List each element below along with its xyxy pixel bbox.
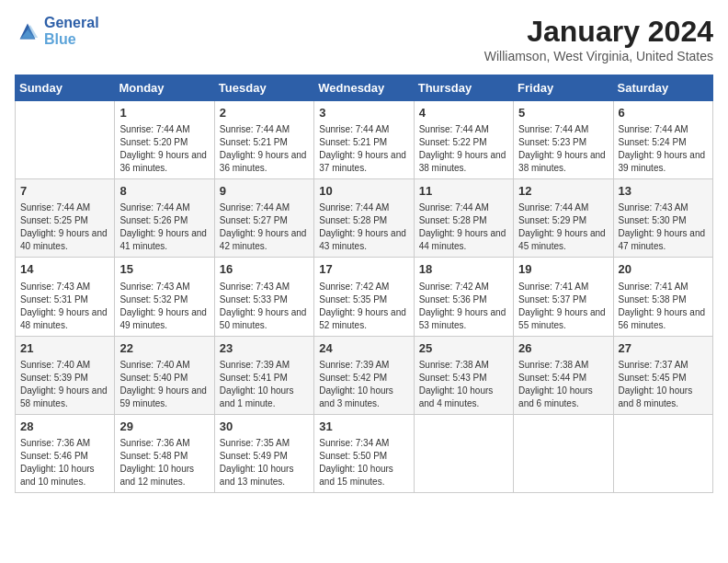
header-day-tuesday: Tuesday xyxy=(214,75,313,101)
day-info: Sunrise: 7:42 AM Sunset: 5:36 PM Dayligh… xyxy=(419,281,508,332)
day-number: 13 xyxy=(619,183,708,200)
header-day-monday: Monday xyxy=(115,75,214,101)
day-cell: 20Sunrise: 7:41 AM Sunset: 5:38 PM Dayli… xyxy=(613,258,712,336)
logo-icon xyxy=(15,18,40,44)
day-info: Sunrise: 7:39 AM Sunset: 5:42 PM Dayligh… xyxy=(319,359,408,410)
day-number: 12 xyxy=(518,183,608,200)
week-row-3: 14Sunrise: 7:43 AM Sunset: 5:31 PM Dayli… xyxy=(16,258,713,336)
day-number: 27 xyxy=(619,340,708,357)
day-info: Sunrise: 7:43 AM Sunset: 5:30 PM Dayligh… xyxy=(619,201,708,253)
day-cell: 8Sunrise: 7:44 AM Sunset: 5:26 PM Daylig… xyxy=(115,179,214,258)
day-number: 11 xyxy=(419,183,508,200)
day-cell: 6Sunrise: 7:44 AM Sunset: 5:24 PM Daylig… xyxy=(613,101,712,179)
day-cell: 30Sunrise: 7:35 AM Sunset: 5:49 PM Dayli… xyxy=(214,414,313,492)
day-number: 23 xyxy=(220,340,309,357)
day-number: 3 xyxy=(319,105,408,121)
day-info: Sunrise: 7:44 AM Sunset: 5:23 PM Dayligh… xyxy=(518,123,608,175)
day-info: Sunrise: 7:41 AM Sunset: 5:38 PM Dayligh… xyxy=(619,281,708,332)
day-number: 25 xyxy=(419,340,508,357)
day-cell: 26Sunrise: 7:38 AM Sunset: 5:44 PM Dayli… xyxy=(514,336,613,414)
day-cell: 11Sunrise: 7:44 AM Sunset: 5:28 PM Dayli… xyxy=(414,179,513,258)
week-row-5: 28Sunrise: 7:36 AM Sunset: 5:46 PM Dayli… xyxy=(16,414,713,492)
day-info: Sunrise: 7:43 AM Sunset: 5:31 PM Dayligh… xyxy=(20,281,109,332)
header-day-friday: Friday xyxy=(514,75,613,101)
day-number: 9 xyxy=(220,183,309,200)
calendar-header-row: SundayMondayTuesdayWednesdayThursdayFrid… xyxy=(16,75,713,101)
day-cell xyxy=(514,414,613,492)
day-info: Sunrise: 7:38 AM Sunset: 5:43 PM Dayligh… xyxy=(419,359,508,410)
header-day-sunday: Sunday xyxy=(16,75,115,101)
day-cell: 10Sunrise: 7:44 AM Sunset: 5:28 PM Dayli… xyxy=(314,179,414,258)
day-info: Sunrise: 7:44 AM Sunset: 5:25 PM Dayligh… xyxy=(20,201,109,253)
day-number: 19 xyxy=(518,261,608,278)
day-number: 8 xyxy=(119,183,209,200)
header: General Blue January 2024 Williamson, We… xyxy=(15,15,713,63)
header-day-wednesday: Wednesday xyxy=(314,75,414,101)
day-number: 14 xyxy=(20,261,109,278)
day-number: 22 xyxy=(119,340,209,357)
day-number: 20 xyxy=(619,261,708,278)
day-cell: 16Sunrise: 7:43 AM Sunset: 5:33 PM Dayli… xyxy=(214,258,313,336)
day-info: Sunrise: 7:44 AM Sunset: 5:21 PM Dayligh… xyxy=(319,123,408,175)
day-info: Sunrise: 7:35 AM Sunset: 5:49 PM Dayligh… xyxy=(220,437,309,488)
day-info: Sunrise: 7:41 AM Sunset: 5:37 PM Dayligh… xyxy=(518,281,608,332)
day-number: 21 xyxy=(20,340,109,357)
day-cell: 27Sunrise: 7:37 AM Sunset: 5:45 PM Dayli… xyxy=(613,336,712,414)
day-cell: 25Sunrise: 7:38 AM Sunset: 5:43 PM Dayli… xyxy=(414,336,513,414)
day-number: 16 xyxy=(220,261,309,278)
day-info: Sunrise: 7:44 AM Sunset: 5:28 PM Dayligh… xyxy=(419,201,508,253)
day-info: Sunrise: 7:44 AM Sunset: 5:21 PM Dayligh… xyxy=(220,123,309,175)
day-info: Sunrise: 7:43 AM Sunset: 5:33 PM Dayligh… xyxy=(220,281,309,332)
day-cell: 24Sunrise: 7:39 AM Sunset: 5:42 PM Dayli… xyxy=(314,336,414,414)
day-cell: 15Sunrise: 7:43 AM Sunset: 5:32 PM Dayli… xyxy=(115,258,214,336)
day-cell: 14Sunrise: 7:43 AM Sunset: 5:31 PM Dayli… xyxy=(16,258,115,336)
day-number: 29 xyxy=(119,419,209,435)
day-info: Sunrise: 7:40 AM Sunset: 5:39 PM Dayligh… xyxy=(20,359,109,410)
day-info: Sunrise: 7:42 AM Sunset: 5:35 PM Dayligh… xyxy=(319,281,408,332)
day-cell: 9Sunrise: 7:44 AM Sunset: 5:27 PM Daylig… xyxy=(214,179,313,258)
day-cell: 23Sunrise: 7:39 AM Sunset: 5:41 PM Dayli… xyxy=(214,336,313,414)
day-number: 18 xyxy=(419,261,508,278)
day-info: Sunrise: 7:43 AM Sunset: 5:32 PM Dayligh… xyxy=(119,281,209,332)
day-number: 4 xyxy=(419,105,508,121)
day-info: Sunrise: 7:44 AM Sunset: 5:24 PM Dayligh… xyxy=(619,123,708,175)
day-cell: 2Sunrise: 7:44 AM Sunset: 5:21 PM Daylig… xyxy=(214,101,313,179)
day-number: 17 xyxy=(319,261,408,278)
day-cell: 17Sunrise: 7:42 AM Sunset: 5:35 PM Dayli… xyxy=(314,258,414,336)
day-info: Sunrise: 7:44 AM Sunset: 5:22 PM Dayligh… xyxy=(419,123,508,175)
day-cell: 19Sunrise: 7:41 AM Sunset: 5:37 PM Dayli… xyxy=(514,258,613,336)
day-cell: 18Sunrise: 7:42 AM Sunset: 5:36 PM Dayli… xyxy=(414,258,513,336)
day-number: 6 xyxy=(619,105,708,121)
calendar-table: SundayMondayTuesdayWednesdayThursdayFrid… xyxy=(15,75,713,493)
month-title: January 2024 xyxy=(484,15,713,49)
day-cell: 13Sunrise: 7:43 AM Sunset: 5:30 PM Dayli… xyxy=(613,179,712,258)
day-info: Sunrise: 7:37 AM Sunset: 5:45 PM Dayligh… xyxy=(619,359,708,410)
day-number: 30 xyxy=(220,419,309,435)
day-info: Sunrise: 7:44 AM Sunset: 5:26 PM Dayligh… xyxy=(119,201,209,253)
day-cell: 1Sunrise: 7:44 AM Sunset: 5:20 PM Daylig… xyxy=(115,101,214,179)
day-info: Sunrise: 7:38 AM Sunset: 5:44 PM Dayligh… xyxy=(518,359,608,410)
day-number: 15 xyxy=(119,261,209,278)
day-number: 1 xyxy=(119,105,209,121)
day-cell: 31Sunrise: 7:34 AM Sunset: 5:50 PM Dayli… xyxy=(314,414,414,492)
day-cell: 28Sunrise: 7:36 AM Sunset: 5:46 PM Dayli… xyxy=(16,414,115,492)
day-info: Sunrise: 7:44 AM Sunset: 5:29 PM Dayligh… xyxy=(518,201,608,253)
day-number: 5 xyxy=(518,105,608,121)
day-cell xyxy=(613,414,712,492)
day-cell xyxy=(16,101,115,179)
day-number: 31 xyxy=(319,419,408,435)
location-subtitle: Williamson, West Virginia, United States xyxy=(484,49,713,63)
day-cell: 21Sunrise: 7:40 AM Sunset: 5:39 PM Dayli… xyxy=(16,336,115,414)
day-cell: 22Sunrise: 7:40 AM Sunset: 5:40 PM Dayli… xyxy=(115,336,214,414)
week-row-4: 21Sunrise: 7:40 AM Sunset: 5:39 PM Dayli… xyxy=(16,336,713,414)
week-row-1: 1Sunrise: 7:44 AM Sunset: 5:20 PM Daylig… xyxy=(16,101,713,179)
day-info: Sunrise: 7:36 AM Sunset: 5:48 PM Dayligh… xyxy=(119,437,209,488)
day-cell xyxy=(414,414,513,492)
day-info: Sunrise: 7:34 AM Sunset: 5:50 PM Dayligh… xyxy=(319,437,408,488)
day-cell: 5Sunrise: 7:44 AM Sunset: 5:23 PM Daylig… xyxy=(514,101,613,179)
week-row-2: 7Sunrise: 7:44 AM Sunset: 5:25 PM Daylig… xyxy=(16,179,713,258)
day-number: 7 xyxy=(20,183,109,200)
title-block: January 2024 Williamson, West Virginia, … xyxy=(484,15,713,63)
logo-text-blue: Blue xyxy=(44,31,99,48)
day-number: 26 xyxy=(518,340,608,357)
